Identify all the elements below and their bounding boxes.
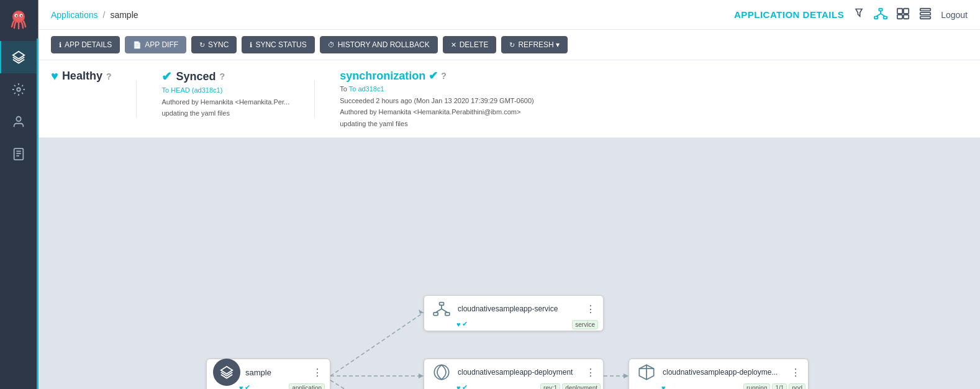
docs-icon <box>12 147 25 161</box>
svg-marker-29 <box>419 373 424 378</box>
pod-running-badge: running <box>743 383 770 389</box>
sync-author-label: Authored by Hemankita <Hemankita.Perabit… <box>340 107 534 117</box>
pod-icon <box>635 361 658 383</box>
list-icon[interactable] <box>919 7 932 23</box>
svg-line-17 <box>876 14 881 17</box>
synced-status-section: ✔ Synced ? To HEAD (ad318c1) Authored by… <box>161 69 289 119</box>
health-status-section: ♥ Healthy ? <box>51 69 111 83</box>
synced-question[interactable]: ? <box>220 71 225 81</box>
refresh-button[interactable]: ↻ REFRESH ▾ <box>501 36 568 53</box>
application-details-title: APPLICATION DETAILS <box>734 9 844 20</box>
graph-edges <box>39 138 980 389</box>
sync-question[interactable]: ? <box>441 71 447 81</box>
svg-rect-14 <box>874 16 878 19</box>
service-check-icon: ✔ <box>462 320 468 328</box>
toolbar: ℹ APP DETAILS 📄 APP DIFF ↻ SYNC ℹ SYNC S… <box>39 30 980 60</box>
filter-icon[interactable] <box>853 7 865 22</box>
sidebar-item-docs[interactable] <box>0 138 38 170</box>
pod-node-menu[interactable]: ⋮ <box>789 365 802 380</box>
graph-canvas: sample ⋮ ♥ ✔ application <box>39 138 980 389</box>
svg-line-40 <box>442 309 447 313</box>
svg-rect-23 <box>920 8 931 11</box>
logout-button[interactable]: Logout <box>941 10 968 20</box>
svg-line-30 <box>330 380 424 389</box>
node-deployment[interactable]: cloudnativesampleapp-deployment ⋮ ♥ ✔ re… <box>424 359 604 389</box>
sample-app-icon <box>213 359 240 386</box>
status-divider-1 <box>136 80 137 117</box>
svg-line-18 <box>881 14 885 17</box>
user-icon <box>12 115 25 129</box>
node-service[interactable]: cloudnativesampleapp-service ⋮ ♥ ✔ servi… <box>424 295 604 331</box>
svg-rect-35 <box>440 303 444 306</box>
service-icon <box>430 298 453 320</box>
svg-point-7 <box>17 88 20 91</box>
history-rollback-button[interactable]: ⏱ HISTORY AND ROLLBACK <box>320 36 438 53</box>
synchronization-section: synchronization ✔ ? To To ad318c1 Succee… <box>340 69 534 129</box>
svg-rect-22 <box>904 14 909 18</box>
deployment-rev-badge: rev:1 <box>540 383 560 389</box>
network-icon[interactable] <box>874 7 887 23</box>
settings-icon <box>12 83 25 96</box>
breadcrumb: Applications / sample <box>51 10 138 20</box>
sample-node-menu[interactable]: ⋮ <box>311 365 324 380</box>
synced-to-label: To HEAD (ad318c1) <box>161 85 289 96</box>
deployment-heart-icon: ♥ <box>456 384 461 390</box>
sample-heart-icon: ♥ <box>239 384 243 390</box>
sidebar-item-settings[interactable] <box>0 73 38 106</box>
svg-marker-33 <box>624 373 628 378</box>
sample-node-status: ♥ ✔ <box>239 383 250 389</box>
delete-button[interactable]: ✕ DELETE <box>443 36 497 53</box>
sync-to-link[interactable]: To ad318c1 <box>349 85 384 93</box>
sidebar-logo <box>0 0 38 39</box>
service-badge: service <box>572 320 598 329</box>
sync-status-button[interactable]: ℹ SYNC STATUS <box>242 36 314 53</box>
breadcrumb-applications-link[interactable]: Applications <box>51 10 98 20</box>
pod-node-status: ♥ <box>661 384 666 389</box>
main-area: Applications / sample APPLICATION DETAIL… <box>39 0 980 389</box>
octopus-logo-icon <box>7 8 30 30</box>
node-pod[interactable]: cloudnativesampleapp-deployme... ⋮ ♥ run… <box>628 359 809 389</box>
deployment-type-badge: deployment <box>562 383 601 389</box>
sample-app-badge: application <box>289 383 325 389</box>
deployment-node-menu[interactable]: ⋮ <box>584 365 597 380</box>
status-divider-2 <box>314 80 315 117</box>
sidebar-navigation <box>0 41 37 170</box>
app-details-button[interactable]: ℹ APP DETAILS <box>51 36 120 53</box>
sync-button[interactable]: ↻ SYNC <box>191 36 237 53</box>
pod-count-badge: 1/1 <box>772 383 787 389</box>
pod-node-label: cloudnativesampleapp-deployme... <box>663 368 784 377</box>
synced-author-label: Authored by Hemankita <Hemankita.Per... <box>161 97 289 108</box>
pod-badges: running 1/1 pod <box>743 383 805 389</box>
health-label: ♥ Healthy ? <box>51 69 111 83</box>
sidebar-item-layers[interactable] <box>0 41 38 73</box>
pod-heart-icon: ♥ <box>661 384 666 389</box>
health-question[interactable]: ? <box>106 71 112 81</box>
service-node-menu[interactable]: ⋮ <box>584 302 597 316</box>
node-sample[interactable]: sample ⋮ ♥ ✔ application <box>206 359 330 389</box>
svg-point-5 <box>20 15 22 16</box>
deployment-check-icon: ✔ <box>462 383 468 389</box>
diff-icon: 📄 <box>133 41 142 49</box>
svg-point-1 <box>13 11 24 22</box>
heart-health-icon: ♥ <box>51 69 58 83</box>
sync-icon: ↻ <box>199 41 205 49</box>
breadcrumb-current: sample <box>110 10 138 20</box>
svg-rect-37 <box>445 313 450 316</box>
deployment-node-label: cloudnativesampleapp-deployment <box>458 368 579 377</box>
grid-layout-icon[interactable] <box>896 7 910 23</box>
sync-title: synchronization ✔ ? <box>340 69 534 83</box>
header: Applications / sample APPLICATION DETAIL… <box>39 0 980 30</box>
sidebar <box>0 0 39 389</box>
sidebar-item-user[interactable] <box>0 106 38 138</box>
header-right: APPLICATION DETAILS <box>734 7 968 23</box>
synced-label: ✔ Synced ? <box>161 69 289 84</box>
service-node-label: cloudnativesampleapp-service <box>458 304 579 313</box>
history-icon: ⏱ <box>328 41 335 48</box>
app-diff-button[interactable]: 📄 APP DIFF <box>125 36 186 53</box>
svg-rect-19 <box>897 8 902 13</box>
pod-type-badge: pod <box>789 383 805 389</box>
deployment-badges: rev:1 deployment <box>540 383 601 389</box>
sync-to-label: To To ad318c1 <box>340 84 534 94</box>
sample-node-label: sample <box>245 368 306 377</box>
sync-check-icon: ✔ <box>429 69 438 83</box>
